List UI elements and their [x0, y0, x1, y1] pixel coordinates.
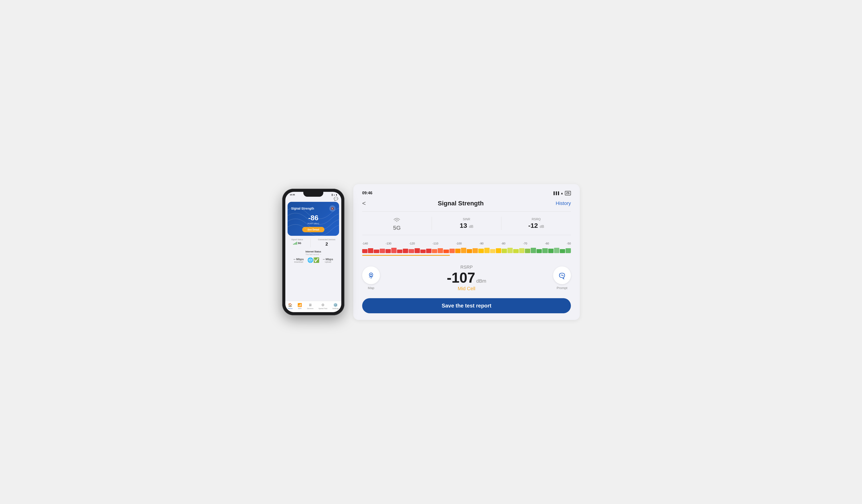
color-bars — [362, 247, 571, 253]
rsrp-value-wrap: -107 dBm — [384, 271, 549, 285]
bar-orange-1 — [455, 249, 460, 253]
map-label: Map — [368, 286, 374, 290]
detail-wifi-icon: ▲ — [560, 191, 564, 195]
phone-frame: 10:35 ▐ ▲ ▮ 💬 — [282, 189, 344, 315]
message-icon[interactable]: 💬 — [334, 197, 338, 201]
scale-110: -110 — [433, 242, 438, 245]
internet-status-title: Internet Status — [287, 250, 340, 253]
bar-green-8 — [565, 248, 571, 253]
see-detail-button[interactable]: See Detail — [302, 227, 325, 232]
bar-orangered-2 — [437, 248, 443, 253]
upload-value: -- Mbps — [323, 257, 333, 261]
detail-status-bar: 09:46 ▐▐▐ ▲ ZS — [362, 191, 571, 195]
bar-green-2 — [531, 248, 536, 253]
bar-red-3 — [374, 250, 379, 253]
signal-status-value: 5G — [291, 241, 303, 245]
detail-panel: 09:46 ▐▐▐ ▲ ZS < Signal Strength History — [353, 184, 580, 320]
scale-90: -90 — [480, 242, 484, 245]
scale-60: -60 — [545, 242, 549, 245]
phone-status-icons: ▐ ▲ ▮ — [331, 194, 337, 196]
bar-red-5 — [386, 249, 391, 253]
stats-row: Signal Status 5G — [285, 236, 341, 249]
sinr-item: SINR 13 dB — [432, 217, 501, 229]
bar-orangered-3 — [443, 250, 449, 253]
detail-status-icons: ▐▐▐ ▲ ZS — [552, 191, 571, 195]
rsrp-unit: dBm — [476, 278, 486, 284]
bar-yellow-1 — [478, 249, 484, 253]
phone-notch — [303, 192, 323, 197]
scale-100: -100 — [456, 242, 462, 245]
bar-2 — [294, 243, 295, 245]
internet-metrics: -- Mbps Download 🌐✅ -- Mbps Upload — [287, 257, 340, 263]
network-5g-wrap: 5G — [367, 215, 427, 231]
upload-label: Upload — [323, 261, 333, 263]
message-icon-wrap: 💬 — [285, 197, 341, 202]
devices-icon: 🖥 — [307, 303, 313, 307]
bar-yellowgreen-2 — [507, 248, 513, 253]
rsrq-unit: dB — [540, 225, 544, 228]
sinr-label: SINR — [436, 217, 497, 221]
history-button[interactable]: History — [556, 200, 571, 206]
home-icon: 🏠 — [288, 303, 292, 307]
rsrp-value: -107 — [447, 270, 475, 286]
bar-red-4 — [380, 249, 385, 253]
phone-time: 10:35 — [290, 194, 295, 196]
bar-4 — [297, 242, 297, 245]
rsrp-status: Mid Cell — [384, 286, 549, 292]
bar-yellow-2 — [484, 248, 489, 253]
prompt-icon — [558, 271, 566, 280]
detail-title: Signal Strength — [438, 200, 484, 207]
bar-yellowgreen-3 — [513, 249, 519, 253]
rsrp-label: RSRP — [384, 265, 549, 270]
bar-3 — [295, 242, 296, 245]
nav-speed-test[interactable]: ⚙ Speed Test — [318, 303, 327, 309]
nav-wifi[interactable]: 📶 WiFi — [298, 303, 302, 309]
scale-120: -120 — [409, 242, 415, 245]
sinr-unit: dB — [469, 225, 473, 228]
map-icon — [367, 271, 376, 280]
back-button[interactable]: < — [362, 200, 366, 207]
upload-metric: -- Mbps Upload — [323, 257, 333, 263]
map-button[interactable]: Map — [362, 266, 380, 290]
signal-bars — [293, 241, 297, 245]
bar-red-7 — [397, 250, 402, 253]
rsrq-value: -12 — [528, 222, 538, 229]
speed-test-icon: ⚙ — [318, 303, 327, 307]
bar-orange-4 — [472, 248, 478, 253]
download-value: -- Mbps — [293, 257, 304, 261]
mute-button-small[interactable]: 🔇 — [329, 205, 336, 212]
nav-devices[interactable]: 🖥 Devices — [307, 303, 313, 309]
scale-80: -80 — [501, 242, 505, 245]
signal-card-title: Signal Strength — [291, 207, 314, 210]
download-label: Download — [293, 261, 304, 263]
network-type-small: 5G — [298, 242, 301, 244]
save-test-report-button[interactable]: Save the test report — [362, 298, 571, 313]
signal-status-item: Signal Status 5G — [291, 238, 303, 247]
detail-signal-icon: ▐▐▐ — [552, 191, 559, 195]
bar-orange-2 — [461, 248, 466, 253]
network-info-row: 5G SINR 13 dB RSRQ -12 dB — [362, 211, 571, 235]
nav-settings[interactable]: ⚙️ Settings — [332, 303, 339, 309]
globe-icon: 🌐✅ — [307, 257, 319, 263]
signal-strength-card: Signal Strength 🔇 -86 RSRP (dBm) See Det… — [288, 202, 339, 236]
connected-devices-item: Connected Devices 2 — [318, 238, 335, 247]
bar-red-1 — [362, 249, 367, 253]
signal-status-label: Signal Status — [291, 238, 303, 241]
prompt-icon-wrap — [553, 266, 571, 284]
phone-screen: 10:35 ▐ ▲ ▮ 💬 — [285, 192, 341, 312]
bar-orange-3 — [467, 249, 472, 253]
signal-rsrp-unit: RSRP (dBm) — [291, 223, 336, 225]
prompt-button[interactable]: Prompt — [553, 266, 571, 290]
bar-red-11 — [420, 250, 426, 253]
wifi-icon: ▲ — [333, 194, 335, 196]
bar-yellow-4 — [496, 248, 501, 253]
scale-70: -70 — [523, 242, 527, 245]
bottom-nav: 🏠 Home 📶 WiFi 🖥 Devices ⚙ Speed Test — [285, 301, 341, 312]
detail-battery-icon: ZS — [565, 191, 571, 195]
bar-red-9 — [408, 249, 414, 253]
nav-home[interactable]: 🏠 Home — [288, 303, 292, 309]
bar-green-7 — [560, 249, 565, 253]
bar-scale: -140 -130 -120 -110 -100 -90 -80 -70 -60… — [362, 242, 571, 245]
rsrp-center: RSRP -107 dBm Mid Cell — [384, 265, 549, 292]
detail-header: < Signal Strength History — [362, 200, 571, 207]
